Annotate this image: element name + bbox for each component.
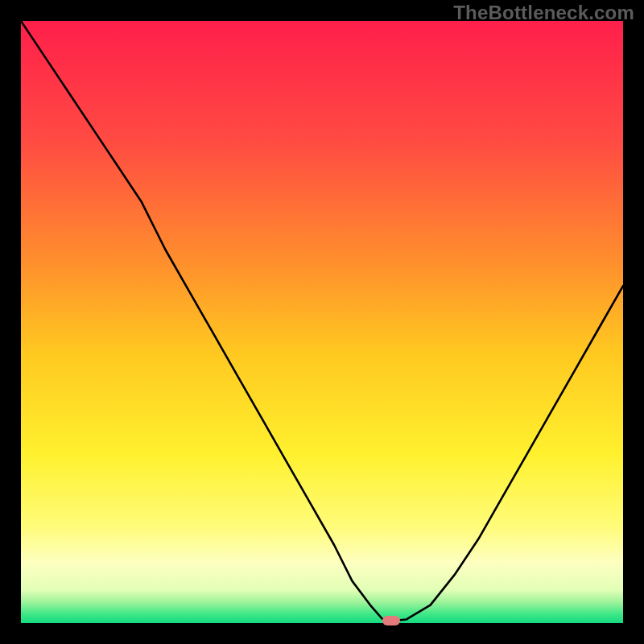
- chart-plot: [21, 21, 623, 623]
- chart-frame: TheBottleneck.com: [0, 0, 644, 644]
- optimal-point-marker: [382, 616, 400, 625]
- gradient-background: [21, 21, 623, 623]
